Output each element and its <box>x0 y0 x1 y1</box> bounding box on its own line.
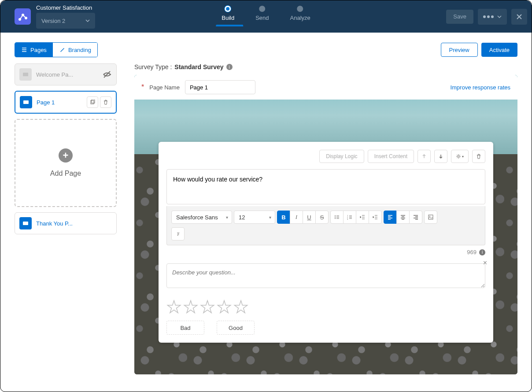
add-page-label: Add Page <box>50 170 81 178</box>
svg-rect-8 <box>23 222 28 225</box>
tab-analyze-label: Analyze <box>290 15 310 21</box>
move-down-button[interactable] <box>434 150 447 163</box>
improve-response-link[interactable]: Improve response rates <box>450 84 510 91</box>
align-right-icon <box>413 214 419 220</box>
align-left-icon <box>387 214 393 220</box>
page-config-bar: * Page Name Improve response rates <box>134 75 517 100</box>
clear-format-button[interactable]: T <box>171 227 185 240</box>
more-menu-button[interactable] <box>478 9 507 25</box>
question-text-input[interactable] <box>166 169 485 204</box>
svg-rect-6 <box>91 100 94 104</box>
delete-question-button[interactable] <box>472 150 485 163</box>
indent-button[interactable] <box>369 211 382 224</box>
add-page-button[interactable]: + Add Page <box>15 119 117 207</box>
tab-build-label: Build <box>222 15 234 21</box>
gear-icon <box>456 154 461 159</box>
question-card: Display Logic Insert Content ▾ Salesforc… <box>159 142 493 343</box>
image-icon <box>428 214 434 220</box>
delete-page-button[interactable] <box>100 96 111 108</box>
tab-dot-active-icon <box>225 6 231 12</box>
sidebar-item-label: Page 1 <box>37 99 87 106</box>
strikethrough-button[interactable]: S <box>315 211 329 224</box>
italic-button[interactable]: I <box>290 211 303 224</box>
rating-min-label[interactable]: Bad <box>166 321 204 335</box>
pages-tab[interactable]: Pages <box>15 43 53 57</box>
page-icon <box>19 68 32 81</box>
builder-tabs: Build Send Analyze <box>222 6 310 21</box>
sidebar-item-welcome-page[interactable]: Welcome Pa... <box>15 63 117 85</box>
outdent-icon <box>359 214 366 220</box>
svg-text:3: 3 <box>347 218 348 220</box>
align-center-icon <box>400 214 406 220</box>
remove-description-button[interactable]: × <box>483 259 487 267</box>
rating-stars: ★ ★ ★ ★ ★ <box>166 299 485 315</box>
underline-button[interactable]: U <box>303 211 316 224</box>
editor-canvas: * Page Name Improve response rates Displ… <box>134 75 517 374</box>
svg-point-11 <box>335 217 336 218</box>
sidebar-item-page-1[interactable]: Page 1 <box>15 91 117 114</box>
save-button[interactable]: Save <box>446 10 473 24</box>
info-icon[interactable]: i <box>226 64 233 70</box>
indent-icon <box>372 214 378 220</box>
font-family-select[interactable]: Salesforce Sans <box>171 211 232 224</box>
outdent-button[interactable] <box>356 211 369 224</box>
question-description-input[interactable] <box>166 263 485 288</box>
close-icon <box>516 14 522 20</box>
align-center-button[interactable] <box>396 211 410 224</box>
image-button[interactable] <box>424 211 437 224</box>
hidden-icon[interactable] <box>102 70 112 79</box>
svg-rect-7 <box>92 100 95 103</box>
move-up-button[interactable] <box>417 150 431 163</box>
pages-sidebar: Welcome Pa... Page 1 + Add Page <box>15 63 117 374</box>
star-2[interactable]: ★ <box>183 299 198 315</box>
app-header: Customer Satisfaction Version 2 Build Se… <box>0 0 532 33</box>
rating-max-label[interactable]: Good <box>217 321 255 335</box>
star-5[interactable]: ★ <box>233 299 248 315</box>
star-3[interactable]: ★ <box>200 299 215 315</box>
svg-point-17 <box>429 216 430 217</box>
survey-type-value: Standard Survey <box>174 63 223 70</box>
chevron-down-icon <box>497 15 502 19</box>
duplicate-page-button[interactable] <box>87 96 98 108</box>
version-value: Version 2 <box>41 18 65 24</box>
bullet-list-icon <box>334 214 340 220</box>
copy-icon <box>90 100 95 105</box>
svg-rect-16 <box>429 215 433 219</box>
arrow-down-icon <box>438 154 443 159</box>
bullet-list-button[interactable] <box>330 211 344 224</box>
page-name-input[interactable] <box>185 80 255 94</box>
tab-analyze[interactable]: Analyze <box>290 6 310 21</box>
font-size-value: 12 <box>239 214 245 221</box>
plus-icon: + <box>59 148 73 163</box>
svg-rect-3 <box>23 73 28 76</box>
main-editor-area: Survey Type : Standard Survey i * Page N… <box>134 63 517 374</box>
star-1[interactable]: ★ <box>166 299 181 315</box>
branding-tab[interactable]: Branding <box>53 43 97 57</box>
question-settings-button[interactable]: ▾ <box>451 150 469 163</box>
sidebar-item-thank-you-page[interactable]: Thank You P... <box>15 212 117 234</box>
svg-line-4 <box>104 71 110 78</box>
tab-build[interactable]: Build <box>222 6 234 21</box>
page-icon <box>20 96 32 108</box>
align-left-button[interactable] <box>384 211 397 224</box>
display-logic-button[interactable]: Display Logic <box>319 150 364 163</box>
insert-content-button[interactable]: Insert Content <box>368 150 414 163</box>
font-size-select[interactable]: 12 <box>234 211 275 224</box>
char-count-value: 969 <box>467 249 477 255</box>
font-family-value: Salesforce Sans <box>176 214 218 221</box>
number-list-button[interactable]: 123 <box>343 211 356 224</box>
info-icon[interactable]: i <box>479 249 485 255</box>
align-right-button[interactable] <box>409 211 422 224</box>
close-button[interactable] <box>511 9 527 25</box>
preview-button[interactable]: Preview <box>441 43 478 57</box>
number-list-icon: 123 <box>347 214 353 220</box>
app-icon <box>15 8 31 25</box>
activate-button[interactable]: Activate <box>481 43 517 57</box>
bold-button[interactable]: B <box>277 211 290 224</box>
version-select[interactable]: Version 2 <box>36 13 95 29</box>
tab-send[interactable]: Send <box>255 6 269 21</box>
sidebar-item-label: Thank You P... <box>36 220 112 227</box>
tab-send-label: Send <box>255 15 269 21</box>
star-4[interactable]: ★ <box>217 299 232 315</box>
survey-type-prefix: Survey Type : <box>134 63 172 70</box>
